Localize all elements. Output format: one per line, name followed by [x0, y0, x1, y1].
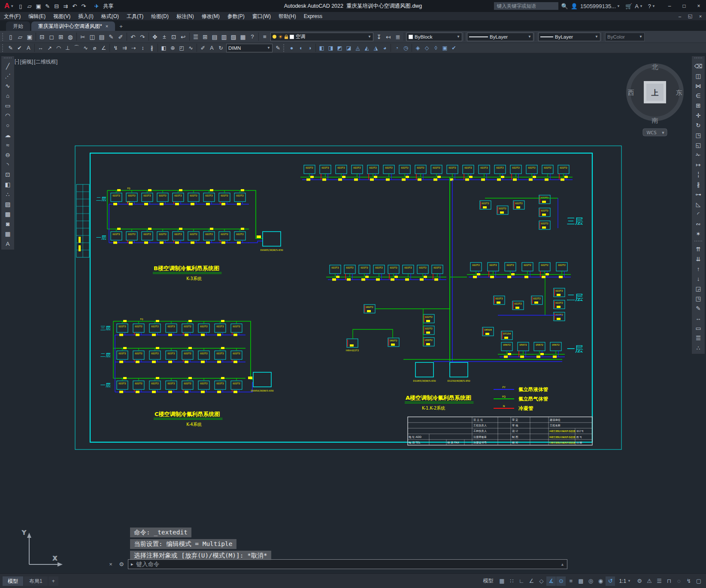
annotation-visibility-icon[interactable]: ◉ [596, 576, 605, 586]
menu-item-12[interactable]: Express [300, 12, 326, 21]
ellipse-icon[interactable]: ⊖ [2, 150, 13, 160]
stretch-icon[interactable]: ◱ [693, 140, 704, 150]
ungroup-icon[interactable]: ◳ [693, 294, 704, 303]
dimension-space-icon[interactable]: ↕ [138, 44, 147, 52]
plot-icon[interactable]: ⊟ [52, 2, 61, 10]
offset-icon[interactable]: ∈ [693, 91, 704, 100]
system-c-k4[interactable]: 022T2022T2022T2022T2022T2022T2022T2022T2… [100, 318, 274, 427]
dimension-style-combo[interactable]: DIMN▼ [226, 44, 273, 52]
selection-cycling-icon[interactable]: ◎ [586, 576, 595, 586]
help-icon[interactable]: ?▼ [648, 3, 658, 9]
doc-close-button[interactable]: × [696, 12, 705, 20]
help-icon[interactable]: ? [248, 32, 257, 42]
spline-icon[interactable]: ≈ [2, 140, 13, 150]
lock-ui-icon[interactable]: ⊓ [664, 576, 674, 586]
revision-cloud-icon[interactable]: ☁ [2, 130, 13, 140]
area-icon[interactable]: ▭ [693, 323, 704, 333]
menu-item-0[interactable]: 文件(F) [0, 12, 24, 21]
publish-icon[interactable]: ⇉ [61, 2, 70, 10]
layer-states-manager-icon[interactable]: ≣ [393, 32, 403, 42]
circle-icon[interactable]: ○ [2, 121, 13, 130]
plot-style-combo-caret-icon[interactable]: ▼ [639, 35, 642, 39]
id-point-icon[interactable]: ∴ [693, 343, 704, 353]
ortho-mode-icon[interactable]: ∟ [517, 576, 526, 586]
color-edges-icon[interactable]: ◷ [401, 44, 410, 52]
search-input[interactable] [494, 2, 558, 10]
list-icon[interactable]: ☰ [693, 333, 704, 343]
wcs-menu[interactable]: WCS▼ [643, 129, 667, 136]
move-icon[interactable]: ✛ [693, 111, 704, 120]
quick-dimension-icon[interactable]: ↯ [111, 44, 120, 52]
menu-item-7[interactable]: 标注(N) [173, 12, 198, 21]
color-faces-icon[interactable]: ◕ [380, 44, 389, 52]
account-id[interactable]: 1505999135...▼ [580, 3, 623, 9]
point-icon[interactable]: ∴ [2, 190, 13, 199]
erase-icon[interactable]: ⌫ [693, 61, 704, 71]
baseline-dimension-icon[interactable]: ⇉ [120, 44, 129, 52]
multiline-text-icon[interactable]: A [2, 239, 13, 248]
imprint-icon[interactable]: ◈ [413, 44, 422, 52]
trim-icon[interactable]: ✁ [693, 150, 704, 160]
open-icon[interactable]: ▱ [25, 2, 33, 10]
dimension-style-icon[interactable]: ◧ [159, 44, 168, 52]
menu-item-4[interactable]: 格式(O) [97, 12, 123, 21]
arc-length-dimension-icon[interactable]: ◠ [54, 44, 63, 52]
autocad-logo-icon[interactable]: A [3, 2, 10, 10]
isometric-drafting-icon[interactable]: ◇ [536, 576, 546, 586]
separate-icon[interactable]: ◊ [431, 44, 440, 52]
region-icon[interactable]: ◙ [2, 219, 13, 229]
create-block-icon[interactable]: ◧ [2, 180, 13, 189]
menu-item-2[interactable]: 视图(V) [49, 12, 74, 21]
copy-icon[interactable]: ◫ [693, 71, 704, 81]
shell-icon[interactable]: ▣ [440, 44, 449, 52]
tab-close-icon[interactable]: × [106, 21, 108, 31]
continue-dimension-icon[interactable]: ⇢ [129, 44, 138, 52]
system-a-k1-k2[interactable]: 022T2022T2022T2022T2022T2022T2022T2022T2… [300, 165, 583, 410]
make-object-layer-current-icon[interactable]: ↧ [374, 32, 384, 42]
hatch-icon[interactable]: ▨ [2, 199, 13, 209]
join-icon[interactable]: ⊶ [693, 190, 704, 199]
copy-faces-icon[interactable]: ◮ [371, 44, 380, 52]
object-snap-tracking-icon[interactable]: ∡ [546, 576, 556, 586]
dimension-style-apply-icon[interactable]: ✎ [273, 44, 282, 52]
plot-preview-icon[interactable]: ◻ [47, 32, 56, 42]
intersect-icon[interactable]: ◑ [305, 44, 314, 52]
table-icon[interactable]: ▦ [2, 229, 13, 238]
menu-item-10[interactable]: 窗口(W) [248, 12, 275, 21]
menu-item-6[interactable]: 绘图(D) [147, 12, 173, 21]
dimension-style-combo-caret-icon[interactable]: ▼ [267, 46, 270, 50]
command-input[interactable]: ▸ 键入命令 ▲ [128, 559, 567, 569]
markup-set-manager-icon[interactable]: ▧ [229, 32, 238, 42]
union-icon[interactable]: ● [287, 44, 296, 52]
quick-calc-icon[interactable]: ▦ [238, 32, 248, 42]
layer-previous-icon[interactable]: ↤ [384, 32, 393, 42]
open-icon[interactable]: ▱ [15, 32, 25, 42]
tool-palettes-icon[interactable]: ▤ [210, 32, 219, 42]
rotate-faces-icon[interactable]: ◬ [353, 44, 362, 52]
app-menu-caret-icon[interactable]: ▼ [10, 4, 14, 8]
break-at-point-icon[interactable]: ╎ [693, 170, 704, 179]
menu-item-1[interactable]: 编辑(E) [24, 12, 49, 21]
color-combo[interactable]: ByBlock▼ [406, 33, 462, 41]
pan-icon[interactable]: ✥ [150, 32, 160, 42]
array-icon[interactable]: ⊞ [693, 101, 704, 110]
color-combo-caret-icon[interactable]: ▼ [457, 35, 460, 39]
isolate-objects-icon[interactable]: ◌ [674, 576, 684, 586]
plot-icon[interactable]: ⊟ [37, 32, 47, 42]
dimension-text-edit-icon[interactable]: A [207, 44, 216, 52]
doc-minimize-button[interactable]: – [675, 12, 685, 20]
move-faces-icon[interactable]: ◨ [326, 44, 335, 52]
layout1-tab[interactable]: 布局1 [24, 576, 48, 586]
line-icon[interactable]: ╱ [2, 61, 13, 71]
new-layout-button[interactable]: + [48, 576, 58, 586]
bring-to-front-icon[interactable]: ⇈ [693, 244, 704, 254]
break-icon[interactable]: ∦ [693, 180, 704, 189]
transparency-icon[interactable]: ▩ [576, 576, 585, 586]
linetype-combo[interactable]: ByLayer▼ [467, 33, 533, 41]
ordinate-dimension-icon[interactable]: ⊥ [63, 44, 72, 52]
cut-icon[interactable]: ✂ [78, 32, 88, 42]
viewport-control-2[interactable]: [二维线框] [34, 58, 58, 66]
offset-faces-icon[interactable]: ◩ [335, 44, 344, 52]
group-edit-icon[interactable]: ✎ [693, 304, 704, 313]
check-icon[interactable]: ✔ [449, 44, 458, 52]
